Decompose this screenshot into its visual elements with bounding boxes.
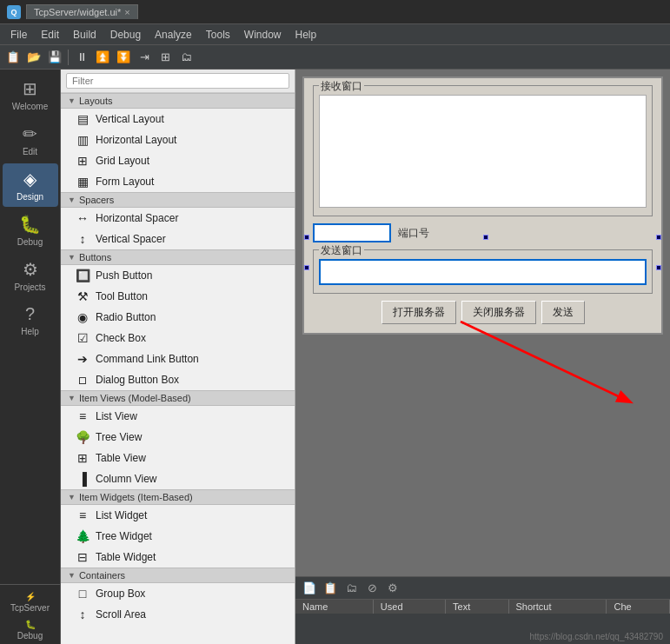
widget-item-scroll-area[interactable]: ↕ Scroll Area [61,604,295,625]
widget-item-vertical-layout[interactable]: ▤ Vertical Layout [61,109,295,129]
bottom-btn-3[interactable]: 🗂 [342,580,360,597]
sel-handle-ml [304,265,309,270]
toolbar-btn-2[interactable]: 📂 [24,48,43,67]
category-item-views--model-based-[interactable]: ▼ Item Views (Model-Based) [61,390,295,406]
category-spacers[interactable]: ▼ Spacers [61,192,295,208]
debug-label: Debug [17,237,43,247]
widget-item-horizontal-spacer[interactable]: ↔ Horizontal Spacer [61,208,295,229]
category-containers[interactable]: ▼ Containers [61,568,295,583]
filter-input[interactable] [66,73,289,89]
tcpserver-icon: ⚡ [25,592,36,601]
category-layouts[interactable]: ▼ Layouts [61,93,295,109]
sel-handle-tr [656,235,661,240]
col-header-name: Name [295,600,373,614]
bottom-panel: 📄 📋 🗂 ⊘ ⚙ NameUsedTextShortcutChe https:… [295,576,670,644]
menu-item-help[interactable]: Help [289,27,324,43]
file-tab[interactable]: TcpServer/widget.ui* × [26,4,138,19]
list-widget-icon: ≡ [75,508,90,523]
category-item-widgets--item-based-[interactable]: ▼ Item Widgets (Item-Based) [61,489,295,505]
toolbar-btn-8[interactable]: ⊞ [156,48,175,67]
widget-item-dialog-button-box[interactable]: 🗆 Dialog Button Box [61,369,295,390]
menu-item-build[interactable]: Build [66,27,103,43]
help-label: Help [21,327,39,336]
toolbar-btn-4[interactable]: ⏸ [72,48,91,67]
sel-handle-tc [483,235,488,240]
toolbar-btn-9[interactable]: 🗂 [176,48,196,67]
col-header-text: Text [446,600,508,614]
design-area[interactable]: 接收窗口 端口号 发送窗口 打开服务器 关闭服务器 发送 [295,70,670,644]
sel-handle-tl [304,235,309,240]
widget-item-form-layout[interactable]: ▦ Form Layout [61,171,295,192]
form-layout-icon: ▦ [75,174,90,189]
app-icon: Q [7,5,21,19]
toolbar-btn-7[interactable]: ⇥ [135,48,154,67]
widget-item-tree-widget[interactable]: 🌲 Tree Widget [61,526,295,547]
bottom-btn-5[interactable]: ⚙ [384,580,401,597]
port-input[interactable] [313,223,391,242]
sidebar-bottom-debug[interactable]: 🐛 Debug [3,616,58,644]
open-server-btn[interactable]: 打开服务器 [381,301,456,324]
menu-item-tools[interactable]: Tools [199,27,237,43]
toolbar: 📋 📂 💾 ⏸ ⏫ ⏬ ⇥ ⊞ 🗂 [0,45,670,70]
design-label: Design [17,192,43,202]
widget-item-check-box[interactable]: ☑ Check Box [61,328,295,349]
widget-item-vertical-spacer[interactable]: ↕ Vertical Spacer [61,229,295,249]
toolbar-btn-3[interactable]: 💾 [45,48,64,67]
widget-item-table-widget[interactable]: ⊟ Table Widget [61,547,295,568]
sidebar-bottom-tcpserver[interactable]: ⚡ TcpServer [3,588,58,616]
vertical-spacer-icon: ↕ [75,231,90,247]
bottom-toolbar: 📄 📋 🗂 ⊘ ⚙ [295,577,670,600]
sidebar-icon-design[interactable]: ◈ Design [3,163,58,207]
filter-bar [61,70,295,93]
debug-icon: 🐛 [25,620,36,629]
bottom-btn-4[interactable]: ⊘ [363,580,381,597]
widget-item-tool-button[interactable]: ⚒ Tool Button [61,286,295,307]
close-server-btn[interactable]: 关闭服务器 [461,301,536,324]
command-link-button-icon: ➔ [75,351,90,367]
widget-item-column-view[interactable]: ▐ Column View [61,468,295,489]
sidebar-icon-help[interactable]: ? Help [3,299,58,342]
cat-arrow: ▼ [68,96,76,105]
tree-widget-icon: 🌲 [75,528,90,544]
widget-item-tree-view[interactable]: 🌳 Tree View [61,427,295,448]
column-view-icon: ▐ [75,471,90,487]
tree-view-icon: 🌳 [75,429,90,445]
toolbar-btn-1[interactable]: 📋 [3,48,23,67]
sidebar-icon-welcome[interactable]: ⊞ Welcome [3,73,58,116]
edit-label: Edit [23,147,37,156]
toolbar-btn-6[interactable]: ⏬ [114,48,133,67]
tool-button-icon: ⚒ [75,289,90,304]
sidebar-icon-debug[interactable]: 🐛 Debug [3,209,58,252]
toolbar-btn-5[interactable]: ⏫ [93,48,112,67]
widget-item-command-link-button[interactable]: ➔ Command Link Button [61,349,295,369]
send-btn[interactable]: 发送 [541,301,585,324]
widget-item-radio-button[interactable]: ◉ Radio Button [61,307,295,328]
projects-label: Projects [14,282,45,292]
bottom-btn-2[interactable]: 📋 [322,580,339,597]
col-header-che: Che [607,600,670,614]
receive-textarea[interactable] [319,95,647,208]
receive-label: 接收窗口 [319,79,364,94]
category-buttons[interactable]: ▼ Buttons [61,249,295,265]
send-textarea[interactable] [319,259,647,285]
toolbar-sep-1 [68,50,69,65]
widget-item-group-box[interactable]: □ Group Box [61,583,295,604]
widget-item-table-view[interactable]: ⊞ Table View [61,448,295,468]
sidebar-icon-projects[interactable]: ⚙ Projects [3,254,58,297]
menubar: FileEditBuildDebugAnalyzeToolsWindowHelp [0,24,670,45]
widget-item-horizontal-layout[interactable]: ▥ Horizontal Layout [61,129,295,150]
widget-item-list-widget[interactable]: ≡ List Widget [61,505,295,526]
menu-item-file[interactable]: File [3,27,34,43]
widget-item-grid-layout[interactable]: ⊞ Grid Layout [61,150,295,171]
menu-item-debug[interactable]: Debug [103,27,148,43]
sidebar-icon-edit[interactable]: ✏ Edit [3,118,58,162]
horizontal-spacer-icon: ↔ [75,210,90,226]
bottom-btn-1[interactable]: 📄 [301,580,318,597]
menu-item-analyze[interactable]: Analyze [148,27,199,43]
push-button-icon: 🔲 [75,268,90,283]
tab-close-icon[interactable]: × [124,7,129,17]
menu-item-edit[interactable]: Edit [34,27,66,43]
menu-item-window[interactable]: Window [237,27,289,43]
widget-item-list-view[interactable]: ≡ List View [61,406,295,427]
widget-item-push-button[interactable]: 🔲 Push Button [61,265,295,286]
